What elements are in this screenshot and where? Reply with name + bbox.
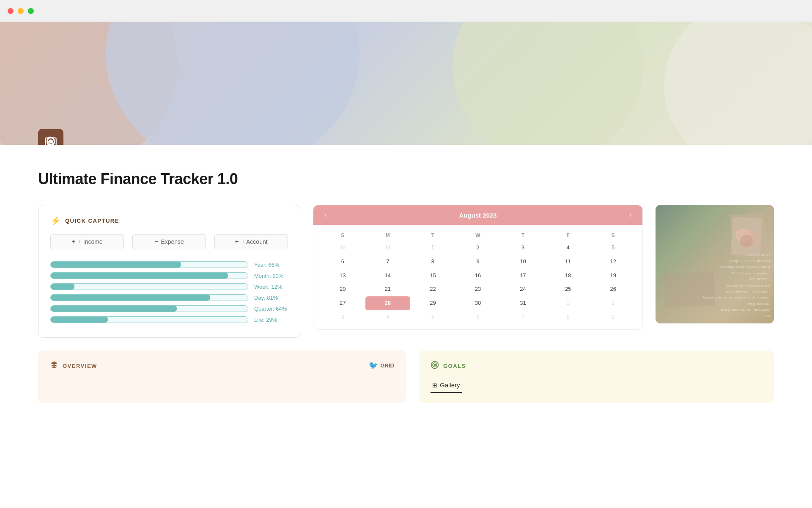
calendar-day[interactable]: 8 bbox=[546, 310, 591, 324]
gallery-tab[interactable]: ⊞ Gallery bbox=[431, 378, 462, 393]
svg-point-4 bbox=[433, 363, 437, 367]
progress-bar-container bbox=[50, 283, 248, 290]
calendar-header: ‹ August 2023 › bbox=[313, 205, 642, 225]
progress-row: Month: 90% bbox=[50, 272, 288, 279]
gallery-label: Gallery bbox=[440, 381, 460, 389]
calendar-day[interactable]: 3 bbox=[320, 310, 365, 324]
progress-row: Year: 66% bbox=[50, 261, 288, 268]
calendar-day-header: S bbox=[320, 230, 365, 241]
finance-icon bbox=[44, 134, 58, 145]
progress-bar-fill bbox=[51, 295, 210, 301]
minus-icon: − bbox=[154, 238, 158, 246]
progress-label: Day: 81% bbox=[254, 295, 288, 301]
calendar-day[interactable]: 1 bbox=[546, 296, 591, 310]
calendar-day[interactable]: 19 bbox=[590, 269, 636, 283]
calendar-day[interactable]: 2 bbox=[590, 296, 636, 310]
calendar-day[interactable]: 12 bbox=[590, 255, 636, 269]
calendar-day[interactable]: 17 bbox=[500, 269, 546, 283]
calendar-day[interactable]: 15 bbox=[410, 269, 455, 283]
calendar-day[interactable]: 1 bbox=[410, 241, 455, 255]
traffic-lights bbox=[8, 8, 34, 14]
card-header: ⚡ QUICK CAPTURE bbox=[50, 215, 288, 226]
grid-label: 🐦 GRID bbox=[369, 361, 395, 370]
calendar-day[interactable]: 9 bbox=[590, 310, 636, 324]
progress-bar-fill bbox=[51, 262, 181, 268]
overview-body: OVERVIEW 🐦 GRID bbox=[50, 361, 394, 371]
photo-inner: people. An artpeople. I But like she say… bbox=[656, 205, 774, 323]
progress-bar-container bbox=[50, 316, 248, 323]
calendar-day-header: M bbox=[365, 230, 411, 241]
overview-header: OVERVIEW bbox=[50, 361, 97, 371]
calendar-day[interactable]: 11 bbox=[546, 255, 591, 269]
calendar-day[interactable]: 13 bbox=[320, 269, 365, 283]
calendar-day[interactable]: 28 bbox=[365, 296, 411, 310]
progress-label: Week: 12% bbox=[254, 284, 288, 290]
calendar-day[interactable]: 23 bbox=[455, 282, 501, 296]
progress-bar-container bbox=[50, 305, 248, 312]
calendar-day[interactable]: 3 bbox=[500, 241, 546, 255]
hero-banner bbox=[0, 22, 812, 145]
calendar-day[interactable]: 22 bbox=[410, 282, 455, 296]
calendar-day[interactable]: 9 bbox=[455, 255, 501, 269]
progress-bar-fill bbox=[51, 273, 228, 279]
svg-point-5 bbox=[434, 364, 435, 365]
photo-card: people. An artpeople. I But like she say… bbox=[656, 205, 774, 323]
calendar-day[interactable]: 27 bbox=[320, 296, 365, 310]
calendar-day[interactable]: 24 bbox=[500, 282, 546, 296]
maximize-button[interactable] bbox=[28, 8, 34, 14]
calendar-day[interactable]: 21 bbox=[365, 282, 411, 296]
quick-capture-title: QUICK CAPTURE bbox=[65, 218, 119, 224]
photo-text: people. An artpeople. I But like she say… bbox=[702, 252, 770, 319]
calendar-day[interactable]: 20 bbox=[320, 282, 365, 296]
calendar-day[interactable]: 5 bbox=[410, 310, 455, 324]
overview-title: OVERVIEW bbox=[63, 363, 97, 369]
goals-title: GOALS bbox=[443, 363, 466, 369]
income-label: + Income bbox=[78, 238, 103, 245]
progress-bar-container bbox=[50, 261, 248, 268]
target-icon bbox=[431, 361, 439, 371]
grid-text: GRID bbox=[381, 362, 395, 369]
calendar-day[interactable]: 6 bbox=[320, 255, 365, 269]
progress-bar-fill bbox=[51, 284, 74, 290]
expense-button[interactable]: − Expense bbox=[132, 234, 206, 249]
calendar-day-header: W bbox=[455, 230, 501, 241]
calendar-day: 30 bbox=[320, 241, 365, 255]
minimize-button[interactable] bbox=[18, 8, 24, 14]
calendar-day[interactable]: 7 bbox=[500, 310, 546, 324]
page-icon bbox=[38, 129, 63, 145]
close-button[interactable] bbox=[8, 8, 14, 14]
progress-label: Quarter: 64% bbox=[254, 306, 288, 312]
bird-icon: 🐦 bbox=[369, 361, 378, 370]
progress-bar-fill bbox=[51, 317, 108, 323]
calendar-day[interactable]: 31 bbox=[500, 296, 546, 310]
calendar-day[interactable]: 4 bbox=[365, 310, 411, 324]
calendar-day[interactable]: 7 bbox=[365, 255, 411, 269]
calendar-day[interactable]: 10 bbox=[500, 255, 546, 269]
calendar-day[interactable]: 25 bbox=[546, 282, 591, 296]
overview-card: OVERVIEW 🐦 GRID bbox=[38, 351, 406, 403]
progress-section: Year: 66% Month: 90% Week: 12% Day: 81% … bbox=[50, 261, 288, 323]
bottom-row: OVERVIEW 🐦 GRID GOALS ⊞ Gallery bbox=[38, 351, 774, 403]
goals-card: GOALS ⊞ Gallery bbox=[419, 351, 774, 403]
calendar-day[interactable]: 16 bbox=[455, 269, 501, 283]
calendar-day-header: T bbox=[500, 230, 546, 241]
three-col-layout: ⚡ QUICK CAPTURE + + Income − Expense + +… bbox=[38, 205, 774, 338]
calendar-day[interactable]: 5 bbox=[590, 241, 636, 255]
calendar-day[interactable]: 8 bbox=[410, 255, 455, 269]
income-button[interactable]: + + Income bbox=[50, 234, 124, 249]
calendar-day[interactable]: 14 bbox=[365, 269, 411, 283]
calendar-day[interactable]: 4 bbox=[546, 241, 591, 255]
calendar-day[interactable]: 26 bbox=[590, 282, 636, 296]
calendar-day[interactable]: 29 bbox=[410, 296, 455, 310]
calendar-day[interactable]: 2 bbox=[455, 241, 501, 255]
plus-icon-2: + bbox=[235, 238, 239, 246]
calendar-day[interactable]: 30 bbox=[455, 296, 501, 310]
calendar-day[interactable]: 18 bbox=[546, 269, 591, 283]
calendar-day-header: S bbox=[590, 230, 636, 241]
calendar-day[interactable]: 6 bbox=[455, 310, 501, 324]
account-button[interactable]: + + Account bbox=[214, 234, 288, 249]
calendar-prev-button[interactable]: ‹ bbox=[322, 210, 329, 220]
calendar-grid: SMTWTFS303112345678910111213141516171819… bbox=[320, 230, 636, 324]
expense-label: Expense bbox=[161, 238, 184, 245]
calendar-next-button[interactable]: › bbox=[627, 210, 634, 220]
